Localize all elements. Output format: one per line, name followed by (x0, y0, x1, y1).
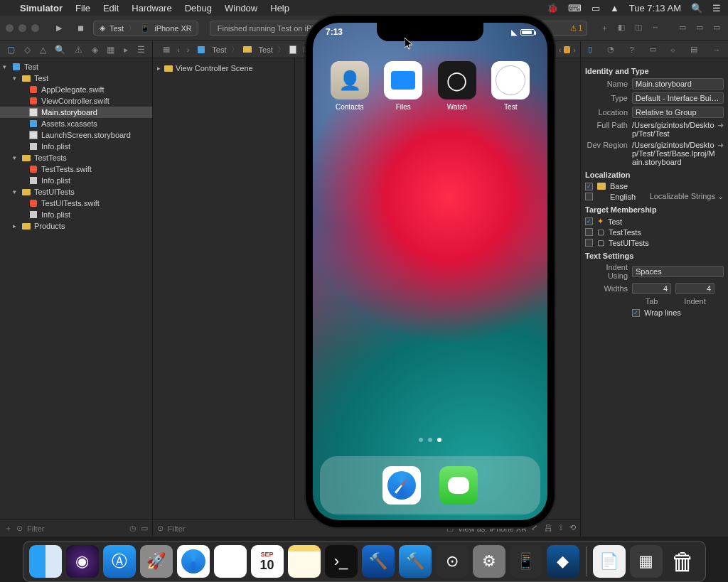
page-indicator[interactable] (313, 438, 547, 442)
menu-debug[interactable]: Debug (185, 3, 212, 14)
menu-hardware[interactable]: Hardware (132, 3, 171, 14)
insp-tab-history-icon[interactable]: ◔ (607, 45, 614, 54)
run-button[interactable]: ▶ (50, 21, 68, 36)
dock-trash[interactable]: 🗑 (667, 545, 700, 578)
dock-safari[interactable] (177, 545, 210, 578)
tree-file[interactable]: TestUITests.swift (0, 198, 152, 209)
dock-launchpad[interactable]: 🚀 (140, 545, 173, 578)
toggle-inspector-icon[interactable]: ▭ (711, 23, 722, 33)
tree-file[interactable]: LaunchScreen.storyboard (0, 129, 152, 141)
editor-assistant-icon[interactable]: ◫ (633, 23, 644, 33)
nav-recent-icon[interactable]: ◷ (129, 524, 136, 533)
dock-finder[interactable] (29, 545, 62, 578)
menu-window[interactable]: Window (225, 3, 257, 14)
nav-tab-symbol-icon[interactable]: △ (40, 45, 46, 55)
outline-scene-row[interactable]: ▸View Controller Scene (157, 63, 290, 74)
mini-jump-back-icon[interactable]: ‹ (559, 45, 562, 54)
dock-terminal[interactable]: ›_ (325, 545, 358, 578)
nav-add-button[interactable]: ＋ (4, 523, 12, 534)
insp-tab-connections-icon[interactable]: → (712, 45, 720, 54)
warning-badge[interactable]: ⚠ 1 (570, 24, 582, 32)
devregion-arrow-icon[interactable]: ➜ (717, 141, 724, 150)
insp-tab-file-icon[interactable]: ▯ (588, 45, 592, 54)
tree-file[interactable]: AppDelegate.swift (0, 84, 152, 95)
check-target-test[interactable] (585, 217, 593, 225)
insp-tab-attributes-icon[interactable]: ⟐ (670, 45, 675, 54)
canvas-align-icon[interactable]: 吕 (545, 523, 552, 534)
menu-edit[interactable]: Edit (103, 3, 119, 14)
jump-forward-icon[interactable]: › (187, 45, 190, 54)
dock-messages[interactable] (439, 466, 478, 505)
jump-back-icon[interactable]: ‹ (177, 45, 180, 54)
ios-dock[interactable] (320, 456, 540, 514)
nav-scm-icon[interactable]: ▭ (141, 524, 148, 533)
dock-instruments[interactable]: ⊙ (436, 545, 469, 578)
menuextra-displays-icon[interactable]: ▭ (592, 3, 600, 14)
check-loc-base[interactable] (585, 183, 593, 190)
dock-app-generic[interactable]: ◆ (547, 545, 579, 578)
tree-file[interactable]: Info.plist (0, 175, 152, 186)
dock-notes[interactable] (288, 545, 321, 578)
nav-tab-report-icon[interactable]: ☰ (137, 45, 145, 55)
editor-standard-icon[interactable]: ◧ (616, 23, 627, 33)
check-target-testuitests[interactable] (585, 239, 593, 247)
tree-folder[interactable]: ▾TestUITests (0, 186, 152, 198)
simulator-screen[interactable]: 7:13 👤Contacts Files ◯Watch Test (313, 23, 547, 520)
mini-warning-badge[interactable]: ! (564, 46, 570, 53)
nav-tab-debug-icon[interactable]: ▦ (107, 45, 114, 55)
dock-chrome[interactable]: ◉ (214, 545, 247, 578)
app-watch[interactable]: ◯Watch (435, 61, 479, 111)
select-loc-strings[interactable]: Localizable Strings ⌄ (650, 192, 724, 201)
menuextra-ladybug-icon[interactable]: 🐞 (547, 3, 558, 14)
app-files[interactable]: Files (381, 61, 425, 111)
check-wrap-lines[interactable] (632, 309, 640, 317)
dock-safari[interactable] (382, 466, 421, 505)
mini-jump-forward-icon[interactable]: › (573, 45, 576, 54)
editor-version-icon[interactable]: ↔ (650, 23, 661, 33)
select-type[interactable]: Default - Interface Builder... (632, 92, 724, 104)
select-location[interactable]: Relative to Group (632, 107, 724, 118)
nav-tab-breakpoint-icon[interactable]: ▸ (124, 45, 128, 55)
menuextra-clock[interactable]: Tue 7:13 AM (629, 3, 681, 14)
dock-xcode[interactable]: 🔨 (399, 545, 432, 578)
tree-folder[interactable]: ▸Products (0, 220, 152, 232)
nav-tab-issue-icon[interactable]: ⚠ (75, 45, 82, 55)
select-indent-using[interactable]: Spaces (632, 266, 724, 277)
insp-tab-identity-icon[interactable]: ▭ (649, 45, 656, 54)
insp-tab-help-icon[interactable]: ? (629, 45, 633, 54)
stepper-indent-width[interactable]: 4 (675, 283, 714, 294)
tree-file[interactable]: Info.plist (0, 141, 152, 152)
canvas-pin-icon[interactable]: ⟟ (560, 523, 562, 534)
document-outline[interactable]: ▸View Controller Scene (153, 58, 295, 519)
check-target-testtests[interactable] (585, 228, 593, 236)
menuextra-volume-icon[interactable]: ▲ (610, 3, 619, 14)
nav-tab-source-icon[interactable]: ◇ (24, 45, 31, 55)
tree-folder[interactable]: ▾Test (0, 72, 152, 84)
toggle-debug-icon[interactable]: ▭ (694, 23, 705, 33)
dock-appstore[interactable]: Ⓐ (103, 545, 136, 578)
menuextra-list-icon[interactable]: ☰ (712, 3, 721, 14)
insp-tab-size-icon[interactable]: ▤ (690, 45, 697, 54)
check-loc-english[interactable] (585, 193, 593, 200)
dock-system-preferences[interactable]: ⚙ (473, 545, 505, 578)
tree-file[interactable]: Info.plist (0, 209, 152, 220)
tree-file[interactable]: Assets.xcassets (0, 118, 152, 129)
app-menu[interactable]: Simulator (20, 3, 63, 14)
menu-file[interactable]: File (75, 3, 90, 14)
menuextra-spotlight-icon[interactable]: 🔍 (691, 3, 702, 14)
canvas-resolve-icon[interactable]: ⟲ (569, 523, 576, 534)
stop-button[interactable]: ◼ (72, 21, 89, 36)
tree-file-selected[interactable]: Main.storyboard (0, 107, 152, 118)
field-name[interactable]: Main.storyboard (632, 78, 724, 90)
menu-help[interactable]: Help (270, 3, 289, 14)
tree-project-root[interactable]: ▾Test (0, 61, 152, 72)
dock-siri[interactable]: ◉ (66, 545, 99, 578)
app-contacts[interactable]: 👤Contacts (328, 61, 372, 111)
nav-tab-find-icon[interactable]: 🔍 (55, 45, 65, 55)
tree-folder[interactable]: ▾TestTests (0, 152, 152, 163)
library-button[interactable]: ＋ (599, 23, 610, 33)
window-zoom-button[interactable] (31, 24, 39, 32)
window-close-button[interactable] (6, 24, 14, 32)
dock-simulator[interactable]: 📱 (510, 545, 542, 578)
tree-file[interactable]: ViewController.swift (0, 95, 152, 107)
